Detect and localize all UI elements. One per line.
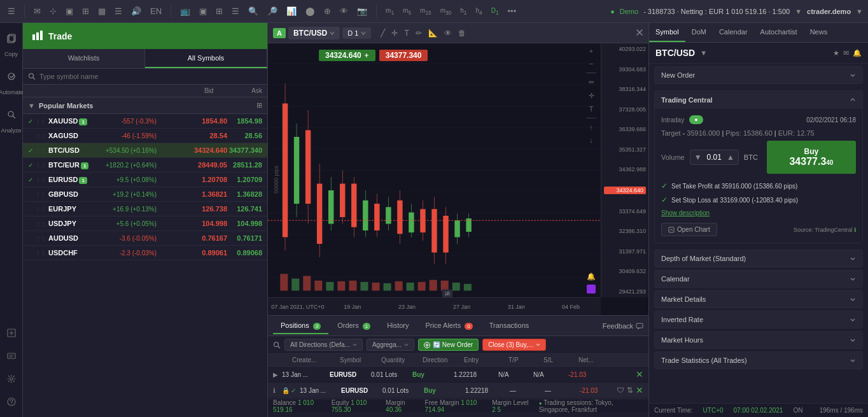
up-arrow-tool[interactable]: ↑ [588,122,594,132]
table-row[interactable]: ℹ 🔒 ✓ 13 Jan ... EURUSD 0.01 Lots Buy 1.… [268,383,648,399]
m15-btn[interactable]: m15 [417,6,434,17]
chart-close-btn[interactable] [636,29,643,38]
m30-btn[interactable]: m30 [438,6,454,17]
tab-transactions[interactable]: Transactions [482,318,537,334]
alert-mail-icon[interactable]: ✉ [843,49,849,57]
pen-tool-icon[interactable]: ✏ [414,27,424,39]
account-dropdown[interactable]: ▼ [795,8,802,15]
symbol-row[interactable]: ✓⋮⋮BTC/EUR1+1820.2 (+0.64%)28449.0528511… [23,158,267,173]
chart-icon-1[interactable]: ▣ [63,5,76,17]
nav-analyze[interactable] [1,104,22,125]
grid-toggle-icon[interactable]: ⊞ [256,101,262,110]
nav-bottom-1[interactable] [1,323,22,343]
directions-filter[interactable]: All Directions (Defa... [284,339,363,351]
volume-icon[interactable]: 🔊 [129,5,144,17]
row2-close-btn[interactable]: ✕ [636,385,643,395]
close-positions-button[interactable]: Close (3) Buy,... [482,339,546,351]
symbol-row[interactable]: ⋮⋮XAGUSD-46 (-1.59%)28.5428.56 [23,129,267,143]
d1-btn[interactable]: D1 [489,6,501,17]
row1-close-btn[interactable]: ✕ [636,369,643,379]
ruler-icon[interactable]: 📐 [426,27,440,39]
plus-icon[interactable]: ⊕ [321,5,333,17]
search-positions-icon[interactable] [273,341,281,349]
search1-icon[interactable]: 🔍 [246,5,261,17]
zoom-in-tool[interactable]: + [588,46,594,56]
search2-icon[interactable]: 🔎 [265,5,280,17]
username-dropdown[interactable]: ▼ [856,8,863,15]
symbol-row[interactable]: ✓⋮⋮XAUUSD1-557 (-0.3%)1854.801854.98 [23,114,267,129]
m5-btn[interactable]: m5 [400,6,414,17]
symbol-row[interactable]: ⋮⋮GBPUSD+19.2 (+0.14%)1.368211.36828 [23,187,267,202]
watchlist-star-icon[interactable]: ★ [833,49,839,57]
monitor-icon[interactable]: 📺 [178,5,193,17]
row2-protect-btn[interactable]: 🛡 [617,386,624,395]
notification-tool[interactable]: 🔔 [585,271,597,282]
chart-symbol-selector[interactable]: BTC/USD [288,27,340,39]
chart-icon-4[interactable]: ☰ [112,5,125,17]
crosshair-icon[interactable]: ✛ [389,27,400,39]
bar-chart-icon[interactable]: 📊 [284,5,299,17]
grid-icon[interactable]: ⊞ [213,5,225,17]
tc-toggle-btn[interactable]: ● [689,115,703,124]
more-icon[interactable]: ••• [505,5,519,17]
show-description-link[interactable]: Show description [661,207,856,219]
list-icon[interactable]: ☰ [229,5,242,17]
h4-btn[interactable]: h4 [473,6,484,17]
square-icon[interactable]: ▣ [197,5,209,17]
symbol-row[interactable]: ✓⋮⋮BTC/USD+534.50 (+0.16%)34324.64034377… [23,143,267,158]
volume-up-btn[interactable]: ▲ [727,153,734,162]
m1-btn[interactable]: m1 [383,6,396,17]
volume-down-btn[interactable]: ▼ [694,153,702,162]
color-box-tool[interactable] [587,285,596,293]
tab-autochartist[interactable]: Autochartist [754,23,804,42]
pencil-tool[interactable]: ✏ [587,77,596,88]
trading-central-header[interactable]: Trading Central [655,91,862,109]
nav-bottom-2[interactable] [1,346,22,366]
camera-icon[interactable]: 📷 [354,5,370,17]
sl-check-icon[interactable]: ✓ [661,195,668,204]
line-tool-icon[interactable]: ╱ [379,27,387,39]
aggregate-filter[interactable]: Aggrega... [367,339,414,351]
symbol-row[interactable]: ⋮⋮AUDUSD-3.6 (-0.05%)0.761670.76171 [23,231,267,246]
tab-all-symbols[interactable]: All Symbols [145,49,267,68]
symbol-dropdown-icon[interactable]: ▼ [700,49,707,57]
market-details-header[interactable]: Market Details [654,290,863,308]
tab-price-alerts[interactable]: Price Alerts 0 [418,318,480,334]
nav-automate[interactable] [1,66,22,87]
new-order-header[interactable]: New Order [654,66,863,84]
tab-news[interactable]: News [804,23,834,42]
tp-check-icon[interactable]: ✓ [661,181,668,190]
search-input[interactable] [39,73,262,80]
tab-orders[interactable]: Orders 1 [330,318,378,334]
tab-calendar[interactable]: Calendar [713,23,754,42]
chart-icon-3[interactable]: ▦ [95,5,108,17]
market-hours-header[interactable]: Market Hours [654,331,863,349]
source-info-icon[interactable]: ℹ [854,227,856,233]
hamburger-menu[interactable]: ☰ [5,5,18,17]
new-order-button[interactable]: 🔄 New Order [418,339,479,351]
tab-dom[interactable]: DoM [685,23,713,42]
eye-icon[interactable]: 👁 [337,5,351,17]
zoom-out-tool[interactable]: − [588,59,594,69]
chart-icon-2[interactable]: ⊞ [80,5,92,17]
depth-market-header[interactable]: Depth of Market (Standard) [654,250,863,267]
buy-button[interactable]: Buy 34377.340 [767,141,856,174]
bell-icon[interactable]: 🔔 [853,49,862,57]
table-row[interactable]: ▶ 13 Jan ... EURUSD 0.01 Lots Buy 1.2221… [268,367,648,383]
inverted-rate-header[interactable]: Inverted Rate [654,311,863,329]
text-tool-icon[interactable]: T [402,27,410,39]
trade-statistics-header[interactable]: Trade Statistics (All Trades) [654,351,863,369]
crosshair-tool[interactable]: ✛ [587,90,596,101]
lang-icon[interactable]: EN [148,5,164,17]
symbol-row[interactable]: ⋮⋮USDJPY+5.6 (+0.05%)104.998104.998 [23,216,267,231]
feedback-button[interactable]: Feedback [603,322,643,330]
circle-icon[interactable]: ⬤ [303,5,318,17]
h1-btn[interactable]: h1 [458,6,469,17]
nav-help[interactable] [1,392,22,412]
calendar-header[interactable]: Calendar [654,270,863,288]
text-tool[interactable]: T [588,104,595,114]
mouse-icon[interactable]: ⊹ [47,5,59,17]
row2-reverse-btn[interactable]: ⇅ [627,386,633,395]
popular-markets-header[interactable]: ▼ Popular Markets ⊞ [23,97,267,114]
row-expand-icon[interactable]: ▶ [273,371,282,378]
